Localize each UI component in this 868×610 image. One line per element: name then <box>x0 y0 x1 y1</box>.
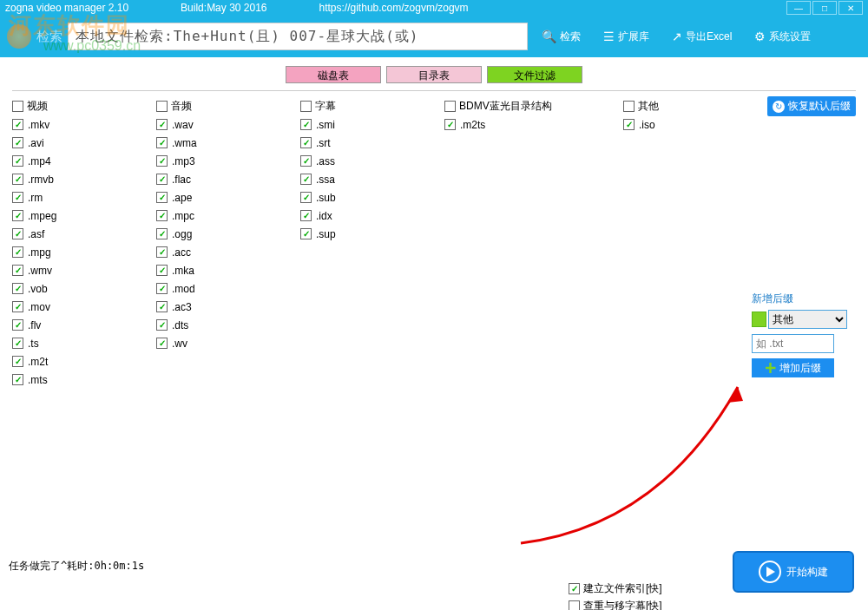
close-button[interactable]: ✕ <box>838 1 863 15</box>
ext-label: .rmvb <box>28 174 54 186</box>
ext-item: .acc <box>156 243 295 261</box>
ext-checkbox[interactable] <box>156 174 168 185</box>
settings-button[interactable]: ⚙系统设置 <box>746 23 819 50</box>
ext-label: .ape <box>172 192 192 204</box>
ext-checkbox[interactable] <box>12 356 23 367</box>
ext-checkbox[interactable] <box>156 228 168 239</box>
ext-checkbox[interactable] <box>12 265 23 276</box>
ext-item: .mp3 <box>156 152 295 170</box>
ext-checkbox[interactable] <box>300 174 312 185</box>
subtitle-header: 字幕 <box>315 99 336 114</box>
video-header-checkbox[interactable] <box>12 101 23 112</box>
ext-checkbox[interactable] <box>12 338 23 349</box>
ext-item: .mka <box>156 261 295 279</box>
ext-checkbox[interactable] <box>300 228 312 239</box>
ext-checkbox[interactable] <box>12 174 23 185</box>
search-input[interactable] <box>68 23 528 50</box>
category-select[interactable]: 其他 <box>768 310 847 329</box>
opt2-checkbox[interactable] <box>569 600 580 610</box>
ext-checkbox[interactable] <box>12 137 23 148</box>
ext-label: .ac3 <box>172 301 192 313</box>
ext-item: .mpg <box>12 243 151 261</box>
restore-default-button[interactable]: ↻恢复默认后缀 <box>767 96 856 116</box>
ext-item: .iso <box>623 115 753 134</box>
ext-checkbox[interactable] <box>12 210 23 221</box>
export-excel-button[interactable]: ↗导出Excel <box>663 23 740 50</box>
ext-label: .ass <box>316 155 335 167</box>
video-col: 视频 .mkv.avi.mp4.rmvb.rm.mpeg.asf.mpg.wmv… <box>12 96 151 389</box>
add-extension-button[interactable]: 增加后缀 <box>752 358 834 377</box>
ext-item: .ape <box>156 188 295 207</box>
ext-item: .wav <box>156 115 295 134</box>
ext-checkbox[interactable] <box>12 246 23 258</box>
main-panel: 磁盘表 目录表 文件过滤 视频 .mkv.avi.mp4.rmvb.rm.mpe… <box>0 57 868 610</box>
ext-label: .dts <box>172 319 188 331</box>
ext-label: .avi <box>28 137 44 149</box>
tab-dir[interactable]: 目录表 <box>386 66 482 83</box>
ext-checkbox[interactable] <box>156 301 168 312</box>
ext-checkbox[interactable] <box>300 192 312 203</box>
ext-item: .ass <box>300 152 439 170</box>
audio-header-checkbox[interactable] <box>156 101 168 112</box>
start-build-button[interactable]: 开始构建 <box>733 551 854 593</box>
ext-checkbox[interactable] <box>156 265 168 276</box>
ext-label: .sub <box>316 192 336 204</box>
ext-label: .mka <box>172 265 194 277</box>
ext-label: .flv <box>28 319 41 331</box>
ext-checkbox[interactable] <box>156 283 168 294</box>
ext-checkbox[interactable] <box>12 319 23 331</box>
ext-item: .mts <box>12 371 151 389</box>
ext-item: .idx <box>300 207 439 225</box>
ext-checkbox[interactable] <box>300 155 312 167</box>
ext-checkbox[interactable] <box>623 119 635 130</box>
ext-checkbox[interactable] <box>156 119 168 130</box>
ext-checkbox[interactable] <box>444 119 456 130</box>
search-label: 检索 <box>36 29 62 45</box>
ext-checkbox[interactable] <box>12 155 23 167</box>
bdmv-header-checkbox[interactable] <box>444 101 456 112</box>
audio-col: 音频 .wav.wma.mp3.flac.ape.mpc.ogg.acc.mka… <box>156 96 295 389</box>
extension-input[interactable] <box>752 334 834 353</box>
ext-checkbox[interactable] <box>300 210 312 221</box>
ext-checkbox[interactable] <box>12 228 23 239</box>
ext-label: .flac <box>172 174 191 186</box>
titlebar: zogna video manager 2.10 Build:May 30 20… <box>0 0 868 16</box>
ext-label: .m2ts <box>460 119 485 131</box>
ext-checkbox[interactable] <box>300 137 312 148</box>
maximize-button[interactable]: □ <box>812 1 837 15</box>
tab-filter[interactable]: 文件过滤 <box>487 66 582 83</box>
tab-disk[interactable]: 磁盘表 <box>286 66 381 83</box>
ext-item: .ssa <box>300 170 439 188</box>
ext-library-button[interactable]: ☰扩展库 <box>595 23 658 50</box>
ext-checkbox[interactable] <box>12 283 23 294</box>
ext-checkbox[interactable] <box>300 119 312 130</box>
ext-item: .wmv <box>12 261 151 279</box>
ext-checkbox[interactable] <box>156 246 168 258</box>
ext-checkbox[interactable] <box>12 374 23 385</box>
search-button[interactable]: 🔍检索 <box>533 23 589 50</box>
other-header-checkbox[interactable] <box>623 101 635 112</box>
ext-item: .ts <box>12 334 151 352</box>
ext-checkbox[interactable] <box>156 338 168 349</box>
ext-checkbox[interactable] <box>156 155 168 167</box>
search-icon: 🔍 <box>542 30 556 43</box>
ext-label: .mp3 <box>172 155 195 167</box>
ext-checkbox[interactable] <box>12 301 23 312</box>
ext-label: .ts <box>28 338 39 350</box>
ext-label: .rm <box>28 192 43 204</box>
ext-checkbox[interactable] <box>156 137 168 148</box>
subtitle-header-checkbox[interactable] <box>300 101 312 112</box>
ext-label: .mkv <box>28 119 49 131</box>
ext-item: .ac3 <box>156 298 295 316</box>
ext-checkbox[interactable] <box>156 210 168 221</box>
ext-checkbox[interactable] <box>12 119 23 130</box>
ext-checkbox[interactable] <box>156 319 168 331</box>
ext-item: .wv <box>156 334 295 352</box>
export-icon: ↗ <box>672 30 682 43</box>
ext-checkbox[interactable] <box>156 192 168 203</box>
ext-checkbox[interactable] <box>12 192 23 203</box>
ext-item: .sup <box>300 225 439 243</box>
repo-url: https://github.com/zogvm/zogvm <box>319 2 469 14</box>
minimize-button[interactable]: — <box>786 1 811 15</box>
opt1-checkbox[interactable] <box>569 583 580 594</box>
